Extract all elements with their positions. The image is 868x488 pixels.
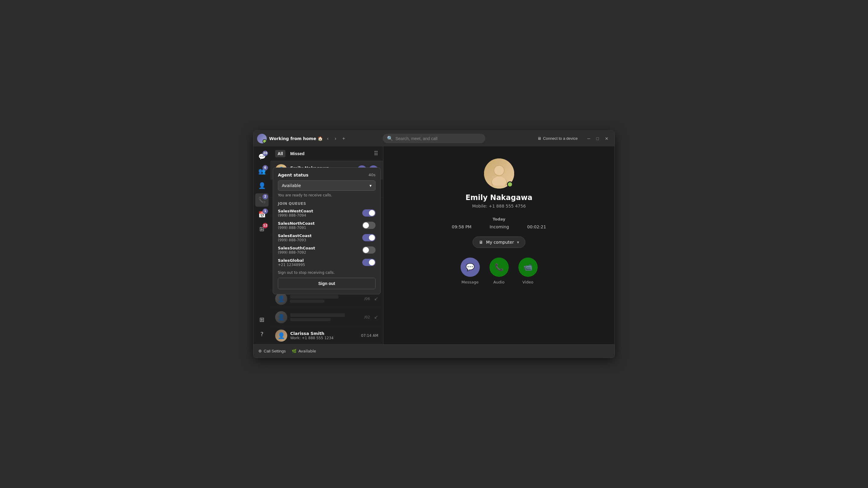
sign-out-button[interactable]: Sign out: [278, 278, 375, 289]
queue-phone-east: (999) 888-7093: [278, 238, 362, 242]
call-direction: Incoming: [490, 224, 509, 229]
queue-info-west: SalesWestCoast (999) 888-7094: [278, 209, 362, 218]
join-queues-label: Join queues: [278, 201, 375, 206]
icon-9: ↙: [374, 314, 378, 320]
apps-badge: 12: [262, 223, 268, 228]
help-icon: ?: [260, 330, 264, 338]
call-history-row: 09:58 PM Incoming 00:02:21: [390, 224, 609, 229]
sidebar-item-help[interactable]: ?: [255, 327, 269, 341]
queue-item-east: SalesEastCoast (999) 888-7093: [278, 233, 375, 242]
sidebar-item-people[interactable]: 👥 6: [255, 164, 269, 178]
queue-phone-west: (999) 888-7094: [278, 213, 362, 218]
status-value: Available: [282, 183, 301, 188]
svg-point-3: [492, 176, 506, 186]
nav-forward-button[interactable]: ›: [333, 135, 338, 142]
avatar-9: [275, 311, 287, 323]
clarissa2-name: Clarissa Smith: [290, 331, 358, 336]
main-content: 💬 20 👥 6 👤 📞 2 📅 1 ⊞ 12: [253, 147, 615, 344]
queue-item-west: SalesWestCoast (999) 888-7094: [278, 209, 375, 218]
filter-all-button[interactable]: All: [275, 150, 285, 157]
window-controls: ─ □ ✕: [585, 135, 611, 142]
queue-name-south: SalesSouthCoast: [278, 246, 362, 250]
queue-phone-global: +21 12348995: [278, 263, 362, 267]
contact-detail-panel: Emily Nakagawa Mobile: +1 888 555 4756 T…: [383, 147, 615, 344]
queue-toggle-north[interactable]: [362, 222, 375, 229]
title-bar-right: 🖥 Connect to a device ─ □ ✕: [485, 135, 611, 142]
svg-point-2: [494, 166, 504, 175]
queue-phone-south: (999) 888-7092: [278, 250, 362, 255]
minimize-button[interactable]: ─: [585, 135, 593, 142]
search-bar[interactable]: 🔍: [383, 134, 485, 143]
connect-device-button[interactable]: 🖥 Connect to a device: [537, 136, 578, 141]
people-badge: 6: [262, 165, 268, 170]
queue-item-north: SalesNorthCoast (999) 888-7091: [278, 221, 375, 230]
window-title: Working from home 🏠: [269, 136, 323, 141]
more-options-icon[interactable]: ⠿: [374, 150, 378, 157]
user-avatar[interactable]: [257, 134, 267, 143]
maximize-button[interactable]: □: [594, 135, 601, 142]
call-history: Today 09:58 PM Incoming 00:02:21: [390, 217, 609, 229]
clarissa2-phone: Work: +1 888 555 1234: [290, 336, 358, 340]
avatar-svg: [487, 161, 511, 186]
nav-add-button[interactable]: +: [341, 135, 347, 142]
message-button[interactable]: 💬: [461, 258, 480, 277]
message-label: Message: [461, 280, 478, 284]
contacts-icon: 👤: [258, 182, 266, 189]
bottom-bar: ⚙ Call Settings 🌿 Available: [253, 344, 615, 358]
status-select[interactable]: Available ▾: [278, 181, 375, 191]
call-settings-button[interactable]: ⚙ Call Settings: [258, 349, 286, 353]
sidebar-item-contacts[interactable]: 👤: [255, 179, 269, 192]
name-9: [290, 313, 345, 317]
device-chevron-icon: ▾: [517, 240, 519, 245]
sidebar-item-calendar[interactable]: 📅 1: [255, 208, 269, 221]
sidebar-item-apps[interactable]: ⊞ 12: [255, 222, 269, 235]
name-8: [290, 295, 338, 298]
availability-status: 🌿 Available: [292, 349, 316, 353]
audio-button[interactable]: 📞: [490, 258, 509, 277]
queue-name-east: SalesEastCoast: [278, 233, 362, 238]
agent-timer: 40s: [369, 173, 375, 177]
contact-detail-avatar: [484, 158, 514, 189]
phone-9: [290, 318, 331, 321]
agent-status-header: Agent status 40s: [278, 173, 375, 177]
sidebar-item-calls[interactable]: 📞 2: [255, 193, 269, 207]
calendar-badge: 1: [262, 208, 268, 214]
queue-toggle-south[interactable]: [362, 247, 375, 254]
filter-missed-button[interactable]: Missed: [288, 150, 307, 157]
action-buttons: 💬 Message 📞 Audio 📹 Video: [461, 258, 538, 284]
contact-item-clarissa2[interactable]: Clarissa Smith Work: +1 888 555 1234 07:…: [270, 327, 383, 344]
queue-toggle-global[interactable]: [362, 259, 375, 266]
search-input[interactable]: [396, 136, 481, 141]
title-bar-left: Working from home 🏠 ‹ › +: [257, 134, 383, 143]
monitor-icon: 🖥: [537, 136, 541, 141]
title-bar: Working from home 🏠 ‹ › + 🔍 🖥 Connect to…: [253, 131, 615, 147]
icon-8: ↙: [374, 296, 378, 301]
call-time: 09:58 PM: [452, 224, 471, 229]
sidebar-item-chat[interactable]: 💬 20: [255, 150, 269, 163]
queue-info-global: SalesGlobal +21 12348995: [278, 258, 362, 267]
queue-toggle-west[interactable]: [362, 209, 375, 217]
contact-item-9[interactable]: /02 ↙: [270, 308, 383, 327]
video-label: Video: [522, 280, 533, 284]
nav-back-button[interactable]: ‹: [325, 135, 330, 142]
avatar-8: [275, 293, 287, 305]
device-selector[interactable]: 🖥 My computer ▾: [472, 236, 525, 248]
calls-header: All Missed ⠿: [270, 147, 383, 161]
queue-toggle-east[interactable]: [362, 234, 375, 241]
agent-status-label: Agent status: [278, 173, 308, 177]
queue-phone-north: (999) 888-7091: [278, 226, 362, 230]
sign-out-hint: Sign out to stop receiving calls.: [278, 270, 375, 275]
leaf-icon: 🌿: [292, 349, 297, 353]
close-button[interactable]: ✕: [602, 135, 611, 142]
contact-detail-phone: Mobile: +1 888 555 4756: [472, 204, 526, 208]
agent-status-dropdown: Agent status 40s Available ▾ You are rea…: [273, 167, 381, 294]
settings-icon: ⚙: [258, 349, 262, 353]
sidebar-item-grid[interactable]: ⊞: [255, 313, 269, 326]
queue-item-global: SalesGlobal +21 12348995: [278, 258, 375, 267]
phone-8: [290, 300, 324, 303]
contact-detail-name: Emily Nakagawa: [465, 193, 532, 202]
search-icon: 🔍: [387, 135, 393, 141]
ready-text: You are ready to receive calls.: [278, 193, 375, 197]
action-message: 💬 Message: [461, 258, 480, 284]
video-button[interactable]: 📹: [518, 258, 538, 277]
